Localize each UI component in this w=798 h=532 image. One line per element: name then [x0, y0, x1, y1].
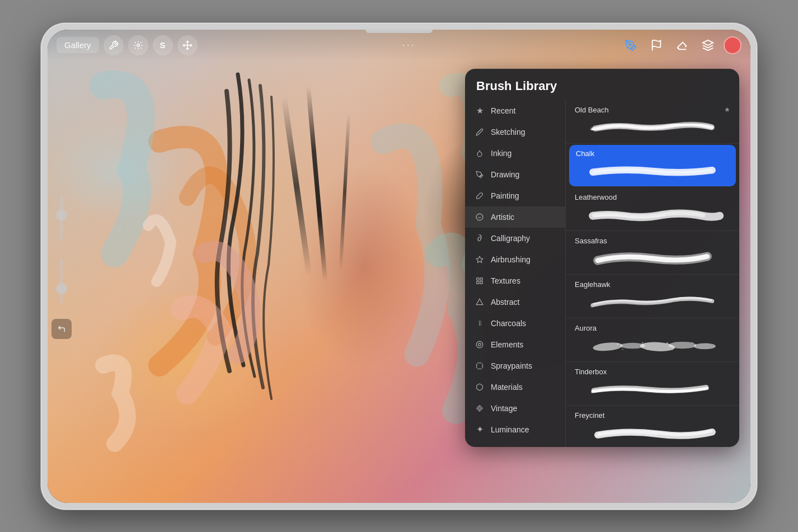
painting-icon [474, 190, 485, 201]
category-item-recent[interactable]: ★ Recent [465, 100, 565, 121]
svg-rect-12 [480, 281, 482, 284]
transform-button[interactable] [177, 35, 198, 55]
charcoals-icon: ⦀ [474, 318, 485, 329]
brush-preview-leatherwood [575, 205, 730, 225]
svg-point-18 [478, 407, 481, 409]
wrench-button[interactable] [104, 35, 124, 55]
brush-name-leatherwood: Leatherwood [575, 193, 617, 201]
category-item-drawing[interactable]: Drawing [465, 164, 565, 185]
brush-item-tinderbox[interactable]: Tinderbox [566, 362, 739, 406]
eraser-icon [676, 39, 688, 51]
color-picker-button[interactable] [724, 36, 741, 54]
brush-preview-sassafras [575, 248, 730, 269]
category-item-artistic[interactable]: Artistic [465, 206, 565, 228]
adjust-icon [133, 40, 143, 50]
category-item-abstract[interactable]: Abstract [465, 291, 565, 313]
category-label-luminance: Luminance [491, 425, 529, 434]
category-item-airbrushing[interactable]: Airbrushing [465, 249, 565, 270]
toolbar-left: Gallery S [57, 35, 198, 55]
brush-item-aurora[interactable]: Aurora [566, 318, 739, 362]
brush-name-old-beach: Old Beach [575, 106, 609, 114]
svg-rect-10 [477, 277, 479, 280]
brush-name-chalk: Chalk [576, 149, 594, 158]
category-item-spraypaints[interactable]: Spraypaints [465, 355, 565, 376]
category-label-inking: Inking [491, 149, 511, 158]
brush-name-aurora: Aurora [575, 324, 597, 332]
category-item-textures[interactable]: Textures [465, 270, 565, 291]
brush-star-old-beach[interactable]: ★ [724, 106, 730, 114]
svg-point-6 [476, 214, 483, 220]
select-button[interactable]: S [153, 35, 173, 55]
layers-icon [702, 39, 714, 51]
brush-size-slider[interactable] [60, 196, 63, 241]
industrial-icon [474, 445, 485, 447]
svg-rect-13 [477, 281, 479, 284]
drawing-icon [474, 169, 485, 180]
category-item-inking[interactable]: Inking [465, 143, 565, 164]
smudge-tool-button[interactable] [646, 35, 666, 55]
opacity-thumb[interactable] [56, 283, 67, 294]
category-label-textures: Textures [491, 276, 520, 285]
svg-point-15 [476, 341, 483, 348]
svg-point-31 [692, 342, 693, 343]
category-item-luminance[interactable]: ✦ Luminance [465, 419, 565, 440]
draw-tool-button[interactable] [621, 35, 641, 55]
undo-icon [57, 324, 66, 333]
category-label-artistic: Artistic [491, 213, 514, 222]
brush-preview-tinderbox [575, 379, 730, 399]
svg-point-33 [647, 349, 648, 350]
category-label-calligraphy: Calligraphy [491, 234, 530, 243]
brush-item-leatherwood[interactable]: Leatherwood [566, 187, 739, 231]
brush-size-thumb[interactable] [56, 209, 67, 220]
category-label-painting: Painting [491, 191, 519, 200]
opacity-slider[interactable] [60, 258, 63, 303]
category-item-vintage[interactable]: Vintage [465, 398, 565, 419]
adjust-button[interactable] [128, 35, 148, 55]
layers-tool-button[interactable] [698, 35, 718, 55]
brush-library-body: ★ Recent Sketching [465, 100, 739, 447]
brush-item-eaglehawk[interactable]: Eaglehawk [566, 275, 739, 318]
smudge-icon [650, 39, 663, 51]
svg-point-28 [617, 342, 619, 345]
device-frame: Gallery S [41, 23, 757, 510]
undo-button[interactable] [51, 319, 72, 339]
category-item-charcoals[interactable]: ⦀ Charcoals [465, 313, 565, 334]
toolbar-right [621, 35, 741, 55]
left-sidebar [48, 189, 76, 343]
category-label-drawing: Drawing [491, 170, 519, 179]
brush-item-old-beach[interactable]: Old Beach ★ [566, 100, 739, 144]
brush-item-sassafras[interactable]: Sassafras [566, 231, 739, 275]
airbrushing-icon [474, 254, 485, 265]
svg-marker-9 [476, 256, 483, 262]
category-label-sketching: Sketching [491, 128, 525, 136]
recent-icon: ★ [474, 105, 485, 116]
more-options-dots[interactable]: ··· [402, 39, 416, 51]
brush-preview-aurora [575, 336, 730, 356]
category-item-materials[interactable]: Materials [465, 376, 565, 398]
category-label-industrial: Industrial [491, 446, 523, 447]
spraypaints-icon [474, 360, 485, 371]
brush-item-freycinet[interactable]: Freycinet [566, 406, 739, 447]
brush-item-chalk[interactable]: Chalk [569, 145, 736, 186]
brush-name-sassafras: Sassafras [575, 237, 607, 245]
svg-marker-14 [476, 299, 483, 305]
category-item-calligraphy[interactable]: ∂ Calligraphy [465, 228, 565, 249]
svg-point-29 [642, 342, 644, 343]
device-screen: Gallery S [48, 30, 750, 503]
category-item-elements[interactable]: Elements [465, 334, 565, 355]
category-label-elements: Elements [491, 340, 523, 349]
svg-rect-11 [480, 277, 482, 280]
category-label-airbrushing: Airbrushing [491, 255, 531, 264]
svg-point-27 [694, 343, 716, 349]
category-label-charcoals: Charcoals [491, 319, 526, 328]
gallery-button[interactable]: Gallery [57, 37, 99, 53]
eraser-tool-button[interactable] [672, 35, 692, 55]
category-item-industrial[interactable]: Industrial [465, 440, 565, 447]
brush-preview-eaglehawk [575, 292, 730, 312]
brush-list: Old Beach ★ [566, 100, 739, 447]
brush-preview-chalk [576, 161, 729, 181]
category-item-painting[interactable]: Painting [465, 185, 565, 206]
brush-name-freycinet: Freycinet [575, 411, 604, 420]
category-item-sketching[interactable]: Sketching [465, 121, 565, 143]
category-label-recent: Recent [491, 106, 515, 115]
